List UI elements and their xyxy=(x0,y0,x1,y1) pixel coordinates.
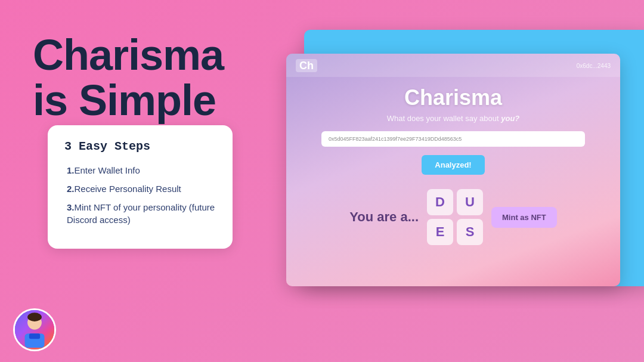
avatar-svg xyxy=(15,310,54,349)
steps-card: 3 Easy Steps 1.Enter Wallet Info 2.Recei… xyxy=(48,125,233,249)
mbti-grid: D U E S xyxy=(427,189,483,245)
app-subtitle: What does your wallet say about you? xyxy=(298,114,608,123)
heading-line2: is Simple xyxy=(33,78,224,123)
svg-rect-4 xyxy=(29,333,40,339)
app-logo: Ch xyxy=(296,60,317,72)
wallet-address-short: 0x6dc...2443 xyxy=(577,63,611,69)
steps-title: 3 Easy Steps xyxy=(64,140,216,153)
svg-point-2 xyxy=(27,313,42,321)
avatar-image xyxy=(15,310,54,349)
wallet-input[interactable]: 0x5d045FF823aaf241c1399f7ee29F73419DDd48… xyxy=(321,131,585,147)
mbti-cell-u: U xyxy=(457,189,483,215)
heading-line1: Charisma xyxy=(33,33,224,78)
step-3: 3.Mint NFT of your personality (future D… xyxy=(64,201,216,226)
app-content: Charisma What does your wallet say about… xyxy=(286,77,620,253)
avatar xyxy=(13,308,56,351)
personality-result-row: You are a... D U E S Mint as NFT xyxy=(298,189,608,245)
app-topbar: Ch 0x6dc...2443 xyxy=(286,54,620,77)
mint-nft-button[interactable]: Mint as NFT xyxy=(491,207,557,228)
screenshot-front: Ch 0x6dc...2443 Charisma What does your … xyxy=(286,54,620,286)
steps-list: 1.Enter Wallet Info 2.Receive Personalit… xyxy=(64,164,216,226)
app-logo-ch: Ch xyxy=(296,59,317,72)
main-heading: Charisma is Simple xyxy=(33,33,224,123)
step-1: 1.Enter Wallet Info xyxy=(64,164,216,177)
you-are-label: You are a... xyxy=(349,209,419,225)
app-title: Charisma xyxy=(298,85,608,110)
mbti-cell-s: S xyxy=(457,219,483,245)
step-2: 2.Receive Personality Result xyxy=(64,182,216,195)
analyzed-button[interactable]: Analyzed! xyxy=(422,155,484,175)
screenshots-wrapper: Ch 0x6dc...2443 Charisma What does your … xyxy=(268,18,644,346)
mbti-cell-d: D xyxy=(427,189,453,215)
mbti-cell-e: E xyxy=(427,219,453,245)
